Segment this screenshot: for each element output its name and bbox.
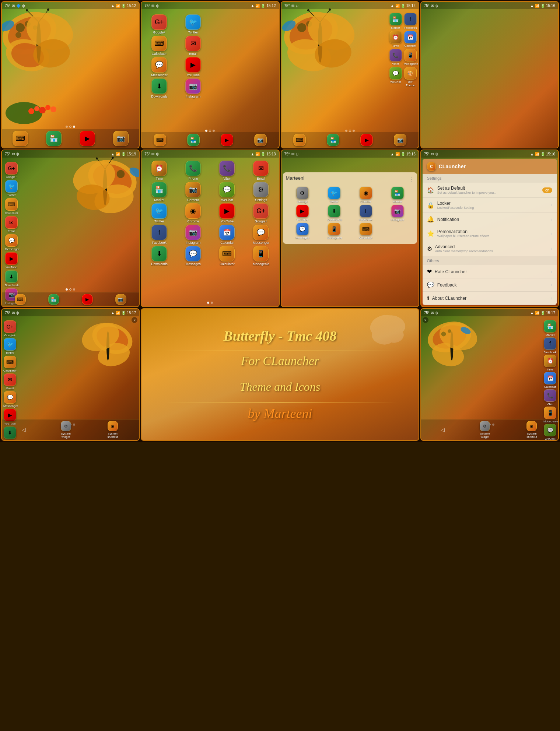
- app-diytheme-3[interactable]: 🎨 DIY Theme: [404, 67, 417, 87]
- feedback-item[interactable]: 💬 Feedback ›: [423, 278, 557, 292]
- dock-icon-1[interactable]: ⌨: [13, 131, 28, 146]
- folder-calculator[interactable]: ⌨ Calculator: [351, 223, 381, 239]
- app-time-6[interactable]: ⏰ Time: [143, 161, 175, 180]
- app-downloads-6[interactable]: ⬇ Downloads: [143, 246, 175, 266]
- app-facebook-6[interactable]: f Facebook: [143, 225, 175, 245]
- app-calendar-6[interactable]: 📅 Calendar: [211, 225, 243, 245]
- dock-5-4[interactable]: 📷: [115, 294, 126, 305]
- dock-3-3[interactable]: ▶: [360, 134, 373, 146]
- dock-2-2[interactable]: 🏪: [187, 134, 200, 146]
- app-empty-2c: [211, 36, 243, 56]
- app-messenger-9[interactable]: 💬 Messenger: [3, 391, 17, 408]
- sys-widget-9[interactable]: ⚙ System widget: [59, 421, 73, 439]
- app-youtube-5[interactable]: ▶ YouTube: [5, 252, 18, 269]
- close-button-10[interactable]: ×: [423, 317, 428, 323]
- app-settings-6[interactable]: ⚙ Settings: [245, 182, 277, 202]
- app-market-10[interactable]: 🏪 Market: [543, 320, 557, 337]
- app-viber-10[interactable]: 📞 Viber: [543, 389, 557, 406]
- app-time-3[interactable]: ⏰ Time: [389, 31, 402, 48]
- app-instagram-6[interactable]: 📷 Instagram: [177, 225, 209, 245]
- folder-facebook[interactable]: f Facebook: [351, 205, 381, 221]
- folder-twitter[interactable]: 🐦 Twitter: [319, 187, 349, 203]
- advanced-item[interactable]: ⚙ Advanced Auto clear memory/top recomen…: [423, 241, 557, 256]
- app-viber-3[interactable]: 📞 Viber: [389, 49, 402, 66]
- toggle-on[interactable]: on: [542, 187, 552, 193]
- dock-3-4[interactable]: 📷: [394, 134, 406, 146]
- folder-instagram[interactable]: 📷 Instagram: [382, 205, 413, 221]
- app-calculator-5[interactable]: ⌨ Calculator: [5, 198, 18, 215]
- app-downloads-2[interactable]: ⬇ Downloads: [143, 78, 175, 98]
- app-calendar-3[interactable]: 📅 Calendar: [404, 31, 417, 48]
- about-item[interactable]: ℹ About CLauncher ›: [423, 292, 557, 305]
- folder-more-icon[interactable]: ⋮: [408, 176, 414, 183]
- app-mobogenie-6[interactable]: 📱 Mobogenie: [245, 246, 277, 266]
- app-viber-6[interactable]: 📞 Viber: [211, 161, 243, 180]
- dock-icon-2[interactable]: 🏪: [46, 131, 62, 146]
- dock-5-1[interactable]: ⌨: [15, 294, 26, 305]
- dock-2-1[interactable]: ⌨: [154, 134, 166, 146]
- dock-2-4[interactable]: 📷: [254, 134, 267, 146]
- folder-downloads[interactable]: ⬇ Downloads: [319, 205, 349, 221]
- dock-5-2[interactable]: 🏪: [48, 294, 59, 305]
- nav-back-10[interactable]: ◁: [441, 427, 445, 433]
- app-messages-6[interactable]: 💬 Messages: [177, 246, 209, 266]
- folder-market[interactable]: 🏪 Market: [382, 187, 413, 203]
- notification-item[interactable]: 🔔 Notification ›: [423, 213, 557, 226]
- app-mobogenie-3[interactable]: 📱 Mobogenie: [404, 49, 417, 66]
- app-twitter-2[interactable]: 🐦 Twitter: [177, 14, 209, 34]
- rate-item[interactable]: ❤ Rate CLauncher ›: [423, 265, 557, 278]
- app-market-3[interactable]: 🏪 Market: [389, 13, 402, 29]
- folder-settings[interactable]: ⚙ Settings: [287, 187, 318, 203]
- app-googleplus-2[interactable]: G+ Google+: [143, 14, 175, 34]
- folder-chrome[interactable]: ◉ Chrome: [351, 187, 381, 203]
- app-market-6[interactable]: 🏪 Market: [143, 182, 175, 202]
- dock-icon-4[interactable]: 📷: [113, 131, 129, 146]
- app-twitter-5[interactable]: 🐦 Twitter: [5, 180, 18, 197]
- folder-messages[interactable]: 💬 Messages: [287, 223, 318, 239]
- app-wechat-3[interactable]: 💬 WeChat: [389, 67, 402, 87]
- app-email-9[interactable]: ✉ Email: [3, 373, 17, 390]
- locker-item[interactable]: 🔒 Locker Locker/Passcode Setting ›: [423, 198, 557, 213]
- app-calculator-6[interactable]: ⌨ Calculator: [211, 246, 243, 266]
- mail-3: ✉: [291, 4, 294, 8]
- app-facebook-3[interactable]: f Facebook: [404, 13, 417, 29]
- app-calculator-9[interactable]: ⌨ Calculator: [3, 356, 17, 372]
- set-default-item[interactable]: 🏠 Set as Default Set as default launcher…: [423, 183, 557, 198]
- dock-5-3[interactable]: ▶: [82, 294, 93, 305]
- app-messenger-6[interactable]: 💬 Messenger: [245, 225, 277, 245]
- app-googleplus-5[interactable]: G+ Google+: [5, 162, 18, 179]
- app-wechat-6[interactable]: 💬 WeChat: [211, 182, 243, 202]
- dock-3-2[interactable]: 🏪: [327, 134, 339, 146]
- sys-shortcut-9[interactable]: ◉ System shortcut: [106, 421, 119, 439]
- app-calendar-10[interactable]: 📅 Calendar: [543, 372, 557, 389]
- app-phone-6[interactable]: 📞 Phone: [177, 161, 209, 180]
- sys-shortcut-10[interactable]: ◉ System shortcut: [525, 421, 538, 439]
- folder-youtube[interactable]: ▶ YouTube: [287, 205, 318, 221]
- app-downloads-5[interactable]: ⬇ Downloads: [5, 270, 18, 287]
- app-messenger-2[interactable]: 💬 Messenger: [143, 57, 175, 77]
- app-chrome-6[interactable]: ◉ Chrome: [177, 203, 209, 223]
- sys-widget-10[interactable]: ⚙ System widget: [478, 421, 491, 439]
- app-instagram-2[interactable]: 📷 Instagram: [177, 78, 209, 98]
- dock-3-1[interactable]: ⌨: [293, 134, 306, 146]
- dock-2-3[interactable]: ▶: [221, 134, 233, 146]
- nav-back-9[interactable]: ◁: [22, 427, 26, 433]
- dock-icon-3[interactable]: ▶: [80, 131, 95, 146]
- personalization-item[interactable]: ⭐ Personalization Wallpaper blur/screen …: [423, 226, 557, 241]
- app-facebook-10[interactable]: f Facebook: [543, 337, 557, 354]
- app-messenger-5[interactable]: 💬 Messenger: [5, 234, 18, 251]
- app-googleplus-9[interactable]: G+ Google+: [3, 320, 17, 337]
- app-email-2[interactable]: ✉ Email: [177, 36, 209, 56]
- app-twitter-6[interactable]: 🐦 Twitter: [143, 203, 175, 223]
- folder-mobogenie[interactable]: 📱 Mobogenie: [319, 223, 349, 239]
- app-email-5[interactable]: ✉ Email: [5, 216, 18, 233]
- app-calculator-2[interactable]: ⌨ Calculator: [143, 36, 175, 56]
- app-email-6[interactable]: ✉ Email: [245, 161, 277, 180]
- app-googleplus-6[interactable]: G+ Google+: [245, 203, 277, 223]
- app-time-10[interactable]: ⏰ Time: [543, 355, 557, 371]
- app-twitter-9[interactable]: 🐦 Twitter: [3, 338, 17, 355]
- app-empty-2d: [245, 36, 277, 56]
- app-youtube-2[interactable]: ▶ YouTube: [177, 57, 209, 77]
- app-youtube-6[interactable]: ▶ YouTube: [211, 203, 243, 223]
- app-camera-6[interactable]: 📷 Camera: [177, 182, 209, 202]
